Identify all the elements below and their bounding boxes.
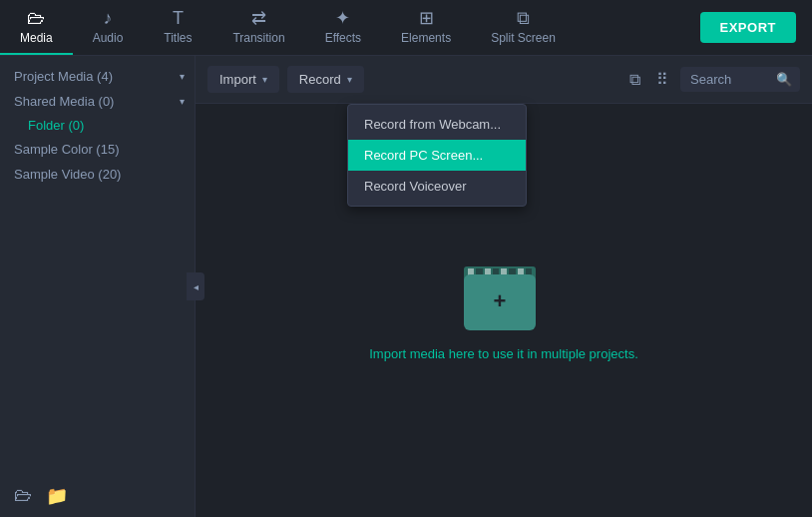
- sample-color-label: Sample Color (15): [14, 142, 120, 157]
- transition-icon: ⇄: [251, 9, 266, 27]
- clapper-body: +: [464, 274, 536, 330]
- nav-item-audio[interactable]: ♪ Audio: [73, 0, 144, 55]
- main-layout: Project Media (4) ▾ Shared Media (0) ▾ F…: [0, 56, 812, 517]
- empty-state-text: Import media here to use it in multiple …: [369, 346, 638, 361]
- nav-label-titles: Titles: [164, 31, 192, 45]
- filter-icon: ⧉: [629, 71, 640, 88]
- export-button[interactable]: EXPORT: [700, 12, 796, 43]
- sidebar-item-project-media[interactable]: Project Media (4) ▾: [0, 64, 195, 89]
- search-input[interactable]: [690, 72, 770, 87]
- nav-item-elements[interactable]: ⊞ Elements: [381, 0, 471, 55]
- plus-icon: +: [494, 288, 507, 314]
- search-icon: 🔍: [776, 72, 792, 87]
- nav-label-split-screen: Split Screen: [491, 31, 556, 45]
- shared-media-label: Shared Media (0): [14, 94, 114, 109]
- project-media-label: Project Media (4): [14, 69, 113, 84]
- record-label: Record: [299, 72, 341, 87]
- import-dropdown-arrow: ▾: [262, 74, 267, 85]
- nav-label-audio: Audio: [93, 31, 124, 45]
- toolbar: Import ▾ Record ▾ ⧉ ⠿ 🔍: [196, 56, 812, 104]
- elements-icon: ⊞: [419, 9, 434, 27]
- record-dropdown-arrow: ▾: [347, 74, 352, 85]
- add-folder-icon[interactable]: 🗁: [14, 485, 32, 507]
- new-folder-icon[interactable]: 📁: [46, 485, 68, 507]
- nav-item-titles[interactable]: T Titles: [143, 0, 212, 55]
- filter-button[interactable]: ⧉: [625, 67, 644, 93]
- import-button[interactable]: Import ▾: [207, 66, 279, 93]
- sidebar-footer: 🗁 📁: [0, 485, 195, 507]
- grid-icon: ⠿: [656, 71, 668, 88]
- nav-label-transition: Transition: [232, 31, 284, 45]
- nav-label-elements: Elements: [401, 31, 451, 45]
- titles-icon: T: [173, 9, 184, 27]
- split-screen-icon: ⧉: [517, 9, 530, 27]
- search-box: 🔍: [680, 67, 800, 92]
- chevron-down-icon: ▾: [180, 71, 185, 82]
- sidebar: Project Media (4) ▾ Shared Media (0) ▾ F…: [0, 56, 196, 517]
- grid-view-button[interactable]: ⠿: [652, 66, 672, 93]
- clapperboard-icon: +: [464, 260, 544, 330]
- nav-label-effects: Effects: [325, 31, 361, 45]
- record-from-webcam-item[interactable]: Record from Webcam...: [348, 109, 526, 140]
- nav-item-effects[interactable]: ✦ Effects: [305, 0, 381, 55]
- sidebar-item-shared-media[interactable]: Shared Media (0) ▾: [0, 89, 195, 114]
- import-label: Import: [219, 72, 256, 87]
- nav-item-transition[interactable]: ⇄ Transition: [212, 0, 304, 55]
- record-dropdown-menu: Record from Webcam... Record PC Screen..…: [347, 104, 527, 207]
- chevron-down-icon-2: ▾: [180, 96, 185, 107]
- nav-label-media: Media: [20, 31, 53, 45]
- record-voiceover-item[interactable]: Record Voiceover: [348, 171, 526, 202]
- sidebar-item-folder[interactable]: Folder (0): [0, 114, 195, 137]
- record-button[interactable]: Record ▾: [287, 66, 364, 93]
- audio-icon: ♪: [104, 9, 113, 27]
- sample-video-label: Sample Video (20): [14, 167, 121, 182]
- record-pc-screen-item[interactable]: Record PC Screen...: [348, 140, 526, 171]
- effects-icon: ✦: [335, 9, 350, 27]
- media-icon: 🗁: [27, 9, 45, 27]
- sidebar-item-sample-video[interactable]: Sample Video (20): [0, 162, 195, 187]
- nav-item-media[interactable]: 🗁 Media: [0, 0, 73, 55]
- nav-item-split-screen[interactable]: ⧉ Split Screen: [471, 0, 576, 55]
- top-navigation: 🗁 Media ♪ Audio T Titles ⇄ Transition ✦ …: [0, 0, 812, 56]
- sidebar-item-sample-color[interactable]: Sample Color (15): [0, 137, 195, 162]
- content-area: Import ▾ Record ▾ ⧉ ⠿ 🔍 Record from Webc…: [196, 56, 812, 517]
- collapse-sidebar-handle[interactable]: ◂: [187, 272, 204, 300]
